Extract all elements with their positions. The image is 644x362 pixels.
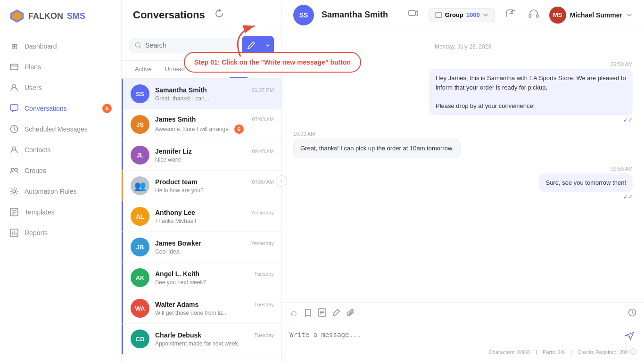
conv-time: Yesterday: [251, 210, 274, 215]
emoji-icon[interactable]: ☺: [289, 309, 298, 319]
msg-bubble: Hey James, this is Samantha with EA Spor…: [429, 69, 633, 115]
conversation-item-ak[interactable]: AK Angel L. Keith Tuesday See you next w…: [122, 263, 281, 293]
plans-icon: [9, 62, 19, 72]
automation-icon: [9, 187, 19, 196]
avatar-jl: JL: [131, 146, 149, 165]
sidebar-nav: ⊞ Dashboard Plans Users Conversations 6: [0, 32, 121, 362]
sidebar-item-dashboard[interactable]: ⊞ Dashboard: [0, 36, 121, 57]
compose-dropdown-button[interactable]: [261, 36, 274, 55]
conversation-item-jb[interactable]: JB James Bowker Yesterday Cool Idea.: [122, 232, 281, 263]
sidebar-item-label: Automation Rules: [25, 188, 77, 195]
unread-badge-js: 6: [234, 124, 244, 134]
tab-archived[interactable]: Archived: [192, 61, 228, 78]
conversation-item-wa[interactable]: WA Walter Adams Tuesday Will get those d…: [122, 293, 281, 324]
conv-info-wa: Walter Adams Tuesday Will get those done…: [155, 301, 274, 316]
conv-name: Walter Adams: [155, 301, 198, 308]
logo: FALKON SMS: [0, 0, 121, 32]
page-title: Conversations: [133, 9, 205, 21]
conv-info-pt: Product team 07:00 AM Hello how are you?: [155, 178, 274, 194]
info-icon[interactable]: ⓘ: [630, 348, 636, 356]
user-chevron-icon: [626, 12, 633, 18]
msg-time: 09:50 AM: [611, 166, 633, 172]
sidebar: FALKON SMS ⊞ Dashboard Plans Users Conve…: [0, 0, 122, 362]
message-input[interactable]: [289, 327, 622, 346]
sidebar-item-label: Plans: [25, 63, 41, 71]
sidebar-item-scheduled[interactable]: Scheduled Messages: [0, 119, 121, 140]
chat-input-toolbar: ☺: [289, 308, 636, 319]
msg-checkmark: ✓✓: [623, 194, 633, 200]
group-icon: [435, 11, 442, 19]
sidebar-item-conversations[interactable]: Conversations 6: [0, 98, 121, 119]
sidebar-item-label: Groups: [25, 167, 46, 174]
sidebar-item-label: Conversations: [25, 105, 67, 112]
sidebar-item-users[interactable]: Users: [0, 77, 121, 98]
broadcast-button[interactable]: [405, 6, 421, 24]
svg-point-8: [11, 168, 14, 171]
conv-time: 01:37 PM: [252, 87, 274, 93]
conversation-item-js[interactable]: JS James Smith 07:03 AM Awesome, Sure I …: [122, 109, 281, 140]
attachment-icon[interactable]: [346, 308, 355, 319]
chevron-down-icon: [483, 12, 488, 18]
tab-unread[interactable]: Unread: [159, 61, 190, 78]
conversation-item-al[interactable]: AL Anthony Lee Yesterday Thanks Michael!: [122, 201, 281, 232]
conv-info-ss: Samantha Smith 01:37 PM Great, thanks! I…: [155, 86, 274, 102]
collapse-panel-button[interactable]: ‹: [276, 175, 287, 187]
sidebar-item-groups[interactable]: Groups: [0, 160, 121, 181]
conversation-item-jl[interactable]: JL Jennifer Liz 09:40 AM Nice work!: [122, 140, 281, 171]
avatar-ss: SS: [131, 84, 149, 103]
conv-info-cd: Charle Debusk Tuesday Appointment made f…: [155, 331, 274, 347]
conv-time: 07:03 AM: [252, 116, 274, 122]
conv-info-jl: Jennifer Liz 09:40 AM Nice work!: [155, 148, 274, 163]
schedule-message-icon[interactable]: [628, 308, 636, 319]
chat-footer: Characters: 0/960 | Parts: 2/6 | Credits…: [289, 346, 636, 356]
parts-count: Parts: 2/6: [543, 349, 565, 355]
top-header: SS Samantha Smith Group 1000: [282, 0, 644, 30]
send-button[interactable]: [622, 329, 636, 345]
conversations-icon: [9, 104, 19, 113]
edit-icon[interactable]: [332, 308, 340, 319]
search-input[interactable]: [145, 41, 232, 49]
headphone-button[interactable]: [526, 6, 542, 24]
group-selector[interactable]: Group 1000: [429, 8, 495, 22]
conversation-item-cd[interactable]: CD Charle Debusk Tuesday Appointment mad…: [122, 324, 281, 354]
scheduled-icon: [9, 124, 19, 134]
sidebar-item-templates[interactable]: Templates: [0, 202, 121, 222]
svg-rect-24: [537, 15, 538, 17]
conv-name: Charle Debusk: [155, 331, 201, 339]
chat-input-area: ☺: [282, 302, 644, 362]
sidebar-item-plans[interactable]: Plans: [0, 57, 121, 77]
tab-all[interactable]: All: [230, 61, 248, 78]
conv-preview: Appointment made for next week.: [155, 340, 249, 347]
sidebar-item-contacts[interactable]: Contacts: [0, 140, 121, 160]
group-value: 1000: [466, 11, 480, 18]
groups-icon: [9, 166, 19, 175]
avatar-al: AL: [131, 207, 149, 226]
sidebar-item-reports[interactable]: Reports: [0, 222, 121, 243]
tab-active[interactable]: Active: [129, 61, 157, 78]
conversation-list: SS Samantha Smith 01:37 PM Great, thanks…: [122, 79, 281, 362]
refresh-button[interactable]: [213, 7, 226, 23]
chat-contact-avatar: SS: [293, 5, 314, 25]
conversation-item-ss[interactable]: SS Samantha Smith 01:37 PM Great, thanks…: [122, 79, 281, 109]
conversation-item-pt[interactable]: 👥 Product team 07:00 AM Hello how are yo…: [122, 171, 281, 201]
conv-preview: Thanks Michael!: [155, 218, 249, 224]
template-icon[interactable]: [318, 308, 326, 319]
chat-input-row: [289, 323, 636, 346]
char-count: Characters: 0/960: [489, 349, 530, 355]
sidebar-item-automation[interactable]: Automation Rules: [0, 181, 121, 202]
write-new-message-button[interactable]: [242, 36, 261, 55]
search-input-wrap[interactable]: [129, 38, 238, 53]
forward-button[interactable]: [502, 6, 518, 24]
logo-sms: SMS: [67, 11, 85, 21]
conv-preview: Great, thanks! I can...: [155, 95, 249, 102]
msg-time: 10:00 AM: [293, 131, 315, 137]
user-profile[interactable]: MS Michael Summer: [549, 7, 633, 24]
avatar-ak: AK: [131, 268, 149, 287]
bookmark-icon[interactable]: [304, 308, 312, 319]
user-avatar: MS: [549, 7, 566, 24]
conversations-badge: 6: [102, 104, 112, 113]
compose-btn-group: [242, 36, 274, 55]
conv-time: Tuesday: [254, 271, 274, 277]
conversations-panel: Conversations: [122, 0, 282, 362]
sidebar-item-label: Scheduled Messages: [25, 125, 88, 133]
